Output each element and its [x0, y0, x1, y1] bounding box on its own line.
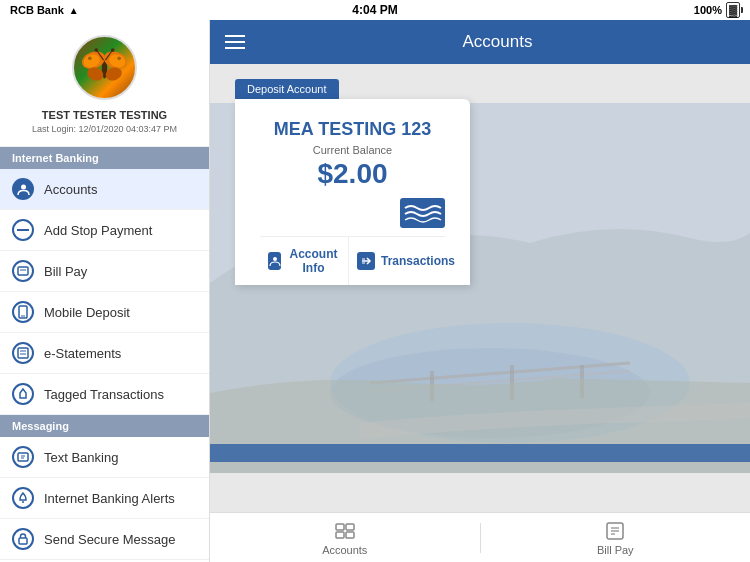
section-messaging: Messaging: [0, 415, 209, 437]
account-card: MEA TESTING 123 Current Balance $2.00: [235, 99, 470, 285]
carrier-label: RCB Bank: [10, 4, 64, 16]
svg-point-13: [21, 184, 26, 189]
tab-bill-pay[interactable]: Bill Pay: [481, 515, 751, 561]
hamburger-menu[interactable]: [225, 35, 245, 49]
transactions-label: Transactions: [381, 254, 455, 268]
sidebar-item-estatements[interactable]: e-Statements: [0, 333, 209, 374]
account-name: MEA TESTING 123: [260, 119, 445, 140]
tab-accounts[interactable]: Accounts: [210, 515, 480, 561]
svg-rect-55: [336, 524, 344, 530]
section-internet-banking: Internet Banking: [0, 147, 209, 169]
mobile-deposit-label: Mobile Deposit: [44, 305, 130, 320]
svg-point-8: [117, 57, 121, 61]
mobile-deposit-icon: [12, 301, 34, 323]
app-container: TEST TESTER TESTING Last Login: 12/01/20…: [0, 20, 750, 562]
avatar-image: [77, 40, 132, 95]
accounts-label: Accounts: [44, 182, 97, 197]
svg-point-19: [13, 302, 33, 322]
status-bar: RCB Bank ▲ 4:04 PM 100% ▓: [0, 0, 750, 20]
svg-point-7: [88, 57, 92, 61]
svg-point-10: [94, 48, 98, 52]
sidebar-item-secure-message[interactable]: Send Secure Message: [0, 519, 209, 560]
svg-point-28: [13, 447, 33, 467]
stop-payment-label: Add Stop Payment: [44, 223, 152, 238]
account-info-label: Account Info: [287, 247, 340, 275]
accounts-icon: [12, 178, 34, 200]
hamburger-line-1: [225, 35, 245, 37]
avatar: [72, 35, 137, 100]
svg-point-34: [13, 529, 33, 549]
deposit-badge: Deposit Account: [235, 79, 339, 99]
sidebar-item-stop-payment[interactable]: Add Stop Payment: [0, 210, 209, 251]
sidebar-item-tagged[interactable]: Tagged Transactions: [0, 374, 209, 415]
transactions-button[interactable]: Transactions: [349, 237, 463, 285]
text-banking-icon: [12, 446, 34, 468]
sidebar-item-mobile-deposit[interactable]: Mobile Deposit: [0, 292, 209, 333]
profile-name: TEST TESTER TESTING: [42, 108, 167, 122]
svg-point-51: [273, 257, 277, 261]
tagged-icon: [12, 383, 34, 405]
main-content: Accounts: [210, 20, 750, 562]
accounts-tab-icon: [334, 520, 356, 542]
text-banking-label: Text Banking: [44, 450, 118, 465]
sidebar-item-text-banking[interactable]: Text Banking: [0, 437, 209, 478]
secure-message-icon: [12, 528, 34, 550]
sidebar-item-alerts[interactable]: Internet Banking Alerts: [0, 478, 209, 519]
svg-marker-27: [20, 389, 26, 398]
svg-rect-56: [346, 524, 354, 530]
bank-logo-area: [260, 198, 445, 236]
svg-rect-58: [346, 532, 354, 538]
bill-pay-tab-label: Bill Pay: [597, 544, 634, 556]
status-left: RCB Bank ▲: [10, 4, 79, 16]
svg-point-12: [111, 48, 115, 52]
account-balance: $2.00: [260, 158, 445, 190]
blue-strip: [210, 444, 750, 462]
bank-logo: [400, 198, 445, 228]
estatements-icon: [12, 342, 34, 364]
sidebar-item-accounts[interactable]: Accounts: [0, 169, 209, 210]
svg-rect-23: [18, 348, 28, 358]
balance-label: Current Balance: [260, 144, 445, 156]
svg-rect-17: [18, 267, 28, 275]
estatements-label: e-Statements: [44, 346, 121, 361]
alerts-label: Internet Banking Alerts: [44, 491, 175, 506]
card-action-buttons: Account Info Transactions: [260, 236, 445, 285]
top-nav: Accounts: [210, 20, 750, 64]
bill-pay-icon: [12, 260, 34, 282]
content-area: Deposit Account MEA TESTING 123 Current …: [210, 64, 750, 512]
bill-pay-label: Bill Pay: [44, 264, 87, 279]
svg-point-32: [13, 488, 33, 508]
sidebar-profile: TEST TESTER TESTING Last Login: 12/01/20…: [0, 20, 209, 147]
account-card-wrapper: Deposit Account MEA TESTING 123 Current …: [210, 64, 750, 300]
svg-point-16: [13, 261, 33, 281]
account-info-icon: [268, 252, 281, 270]
bottom-tab-bar: Accounts Bill Pay: [210, 512, 750, 562]
svg-rect-35: [19, 538, 27, 544]
nav-title: Accounts: [260, 32, 735, 52]
transactions-icon: [357, 252, 375, 270]
status-time: 4:04 PM: [352, 3, 397, 17]
svg-rect-57: [336, 532, 344, 538]
sidebar-item-bill-pay[interactable]: Bill Pay: [0, 251, 209, 292]
account-info-button[interactable]: Account Info: [260, 237, 349, 285]
svg-point-26: [13, 384, 33, 404]
wifi-icon: ▲: [69, 5, 79, 16]
accounts-tab-label: Accounts: [322, 544, 367, 556]
svg-rect-29: [18, 453, 28, 461]
hamburger-line-3: [225, 47, 245, 49]
status-right: 100% ▓: [694, 2, 740, 18]
tagged-label: Tagged Transactions: [44, 387, 164, 402]
svg-point-22: [13, 343, 33, 363]
battery-icon: ▓: [726, 2, 740, 18]
bill-pay-tab-icon: [604, 520, 626, 542]
stop-payment-icon: [12, 219, 34, 241]
battery-label: 100%: [694, 4, 722, 16]
secure-message-label: Send Secure Message: [44, 532, 176, 547]
profile-lastlogin: Last Login: 12/01/2020 04:03:47 PM: [32, 124, 177, 134]
sidebar: TEST TESTER TESTING Last Login: 12/01/20…: [0, 20, 210, 562]
hamburger-line-2: [225, 41, 245, 43]
alerts-icon: [12, 487, 34, 509]
